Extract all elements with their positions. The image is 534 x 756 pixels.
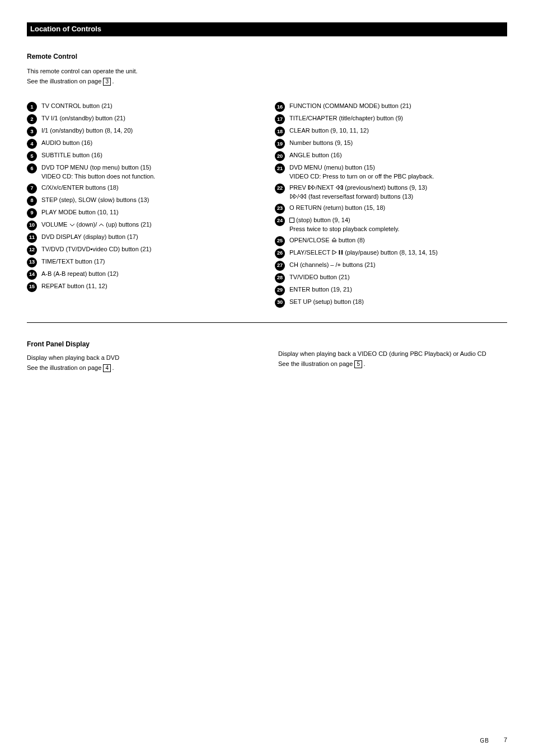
fast-reverse-icon	[289, 194, 297, 199]
item-number-bullet: 24	[275, 216, 285, 226]
item-text: DVD MENU (menu) button (15)VIDEO CD: Pre…	[289, 163, 507, 181]
item-text: OPEN/CLOSE button (8)	[289, 236, 507, 245]
item-number-bullet: 6	[27, 163, 37, 173]
item-number-bullet: 12	[27, 245, 37, 255]
remote-left-column: 1TV CONTROL button (21)2TV I/1 (on/stand…	[27, 102, 259, 310]
display-left-illustration: See the illustration on page 4.	[27, 364, 256, 373]
item-number-bullet: 10	[27, 220, 37, 231]
item-text: TV/VIDEO button (21)	[289, 273, 507, 282]
item-text: REPEAT button (11, 12)	[41, 282, 259, 291]
control-item: 9PLAY MODE button (10, 11)	[27, 208, 259, 218]
control-item: 4AUDIO button (16)	[27, 139, 259, 149]
item-number-bullet: 13	[27, 257, 37, 267]
item-text: TV/DVD (TV/DVD•video CD) button (21)	[41, 245, 259, 254]
item-text: TIME/TEXT button (17)	[41, 257, 259, 266]
svg-rect-1	[339, 250, 340, 255]
remote-right-column: 16FUNCTION (COMMAND MODE) button (21)17T…	[275, 102, 507, 310]
boxed-page-ref: 5	[354, 360, 362, 368]
control-item: 8STEP (step), SLOW (slow) buttons (13)	[27, 196, 259, 206]
item-number-bullet: 17	[275, 114, 285, 124]
section-header-bar: Location of Controls	[27, 22, 507, 36]
remote-heading: Remote Control	[27, 52, 507, 62]
boxed-page-ref: 4	[103, 364, 111, 372]
control-item: 23O RETURN (return) button (15, 18)	[275, 204, 507, 214]
item-number-bullet: 3	[27, 126, 37, 137]
item-number-bullet: 19	[275, 139, 285, 149]
item-number-bullet: 1	[27, 102, 37, 112]
control-item: 6DVD TOP MENU (top menu) button (15)VIDE…	[27, 163, 259, 181]
item-number-bullet: 7	[27, 184, 37, 194]
item-number-bullet: 27	[275, 261, 285, 271]
prev-track-icon	[308, 185, 316, 190]
up-icon	[99, 223, 104, 227]
control-item: 20ANGLE button (16)	[275, 151, 507, 161]
item-text: DVD DISPLAY (display) button (17)	[41, 233, 259, 242]
display-right-illustration: See the illustration on page 5.	[278, 360, 507, 369]
front-panel-left: Front Panel Display Display when playing…	[27, 340, 256, 388]
item-text: I/1 (on/standby) button (8, 14, 20)	[41, 126, 259, 135]
item-text: TITLE/CHAPTER (title/chapter) button (9)	[289, 114, 507, 123]
control-item: 10VOLUME (down)/ (up) buttons (21)	[27, 220, 259, 231]
control-item: 16FUNCTION (COMMAND MODE) button (21)	[275, 102, 507, 112]
control-item: 29ENTER button (19, 21)	[275, 285, 507, 295]
svg-rect-0	[290, 218, 294, 223]
item-number-bullet: 23	[275, 204, 285, 214]
control-item: 25OPEN/CLOSE button (8)	[275, 236, 507, 246]
control-item: 7C/X/x/c/ENTER buttons (18)	[27, 184, 259, 194]
control-item: 22PREV /NEXT (previous/next) buttons (9,…	[275, 184, 507, 201]
display-left-subtitle: Display when playing back a DVD	[27, 354, 256, 363]
item-text: (stop) button (9, 14)Press twice to stop…	[289, 216, 507, 234]
item-number-bullet: 30	[275, 298, 285, 308]
item-text: C/X/x/c/ENTER buttons (18)	[41, 184, 259, 192]
item-text: ANGLE button (16)	[289, 151, 507, 160]
item-text: FUNCTION (COMMAND MODE) button (21)	[289, 102, 507, 111]
item-number-bullet: 15	[27, 282, 37, 292]
control-item: 18CLEAR button (9, 10, 11, 12)	[275, 126, 507, 137]
item-text: CLEAR button (9, 10, 11, 12)	[289, 126, 507, 135]
front-panel-heading: Front Panel Display	[27, 340, 256, 349]
control-item: 24 (stop) button (9, 14)Press twice to s…	[275, 216, 507, 234]
remote-section: Remote Control This remote control can o…	[27, 52, 507, 310]
control-item: 26PLAY/SELECT (play/pause) button (8, 13…	[275, 248, 507, 259]
item-subtext: Press twice to stop playback completely.	[289, 225, 507, 234]
stop-icon	[289, 218, 294, 223]
display-right-subtitle: Display when playing back a VIDEO CD (du…	[278, 350, 507, 359]
item-number-bullet: 28	[275, 273, 285, 283]
item-number-bullet: 25	[275, 236, 285, 246]
item-text: A-B (A-B repeat) button (12)	[41, 270, 259, 279]
item-text: SET UP (setup) button (18)	[289, 298, 507, 307]
item-text: PLAY MODE button (10, 11)	[41, 208, 259, 217]
control-item: 12TV/DVD (TV/DVD•video CD) button (21)	[27, 245, 259, 255]
control-item: 1TV CONTROL button (21)	[27, 102, 259, 112]
item-number-bullet: 5	[27, 151, 37, 161]
item-text: Number buttons (9, 15)	[289, 139, 507, 148]
control-item: 27CH (channels) – /+ buttons (21)	[275, 261, 507, 271]
item-number-bullet: 16	[275, 102, 285, 112]
svg-rect-2	[341, 250, 343, 255]
next-track-icon	[335, 185, 343, 190]
item-number-bullet: 22	[275, 184, 285, 194]
item-text: PREV /NEXT (previous/next) buttons (9, 1…	[289, 184, 507, 201]
item-text: DVD TOP MENU (top menu) button (15)VIDEO…	[41, 163, 259, 181]
fast-forward-icon	[299, 194, 307, 199]
front-panel-right: Display when playing back a VIDEO CD (du…	[278, 340, 507, 388]
item-text: AUDIO button (16)	[41, 139, 259, 148]
item-number-bullet: 26	[275, 248, 285, 259]
down-icon	[69, 223, 75, 227]
boxed-page-ref: 3	[103, 78, 111, 86]
remote-illustration-note: See the illustration on page 3.	[27, 77, 507, 86]
item-number-bullet: 21	[275, 163, 285, 173]
pause-icon	[339, 250, 343, 255]
item-text: TV I/1 (on/standby) button (21)	[41, 114, 259, 123]
item-text: VOLUME (down)/ (up) buttons (21)	[41, 220, 259, 229]
control-item: 30SET UP (setup) button (18)	[275, 298, 507, 308]
control-item: 14A-B (A-B repeat) button (12)	[27, 270, 259, 280]
item-text: SUBTITLE button (16)	[41, 151, 259, 160]
item-number-bullet: 20	[275, 151, 285, 161]
item-number-bullet: 14	[27, 270, 37, 280]
item-number-bullet: 8	[27, 196, 37, 206]
item-number-bullet: 9	[27, 208, 37, 218]
remote-subtitle: This remote control can operate the unit…	[27, 67, 507, 76]
item-text: PLAY/SELECT (play/pause) button (8, 13, …	[289, 248, 507, 257]
item-number-bullet: 29	[275, 285, 285, 295]
